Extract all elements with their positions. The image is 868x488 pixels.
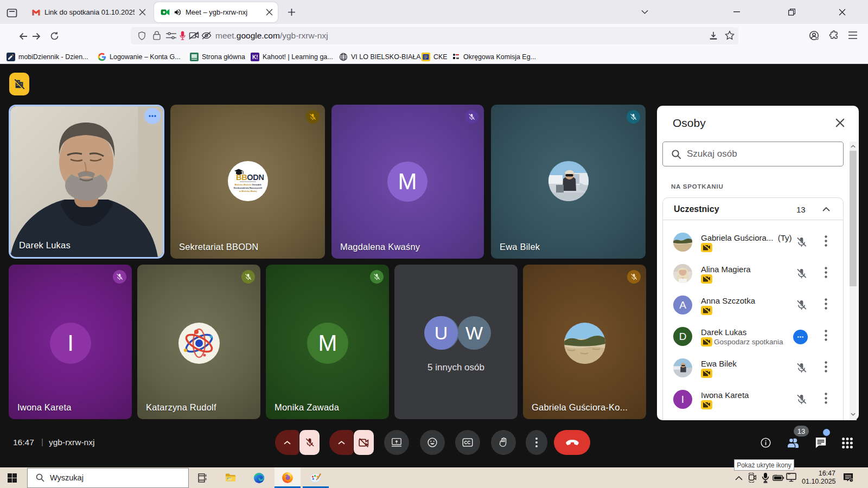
- svg-text:Doskonalenia Nauczycieli: Doskonalenia Nauczycieli: [234, 187, 263, 189]
- svg-text:w Bielsku-Białej: w Bielsku-Białej: [239, 190, 257, 192]
- svg-text:K!: K!: [252, 54, 258, 60]
- svg-text:Bielsko-Bialski Ośrodek: Bielsko-Bialski Ośrodek: [234, 183, 261, 186]
